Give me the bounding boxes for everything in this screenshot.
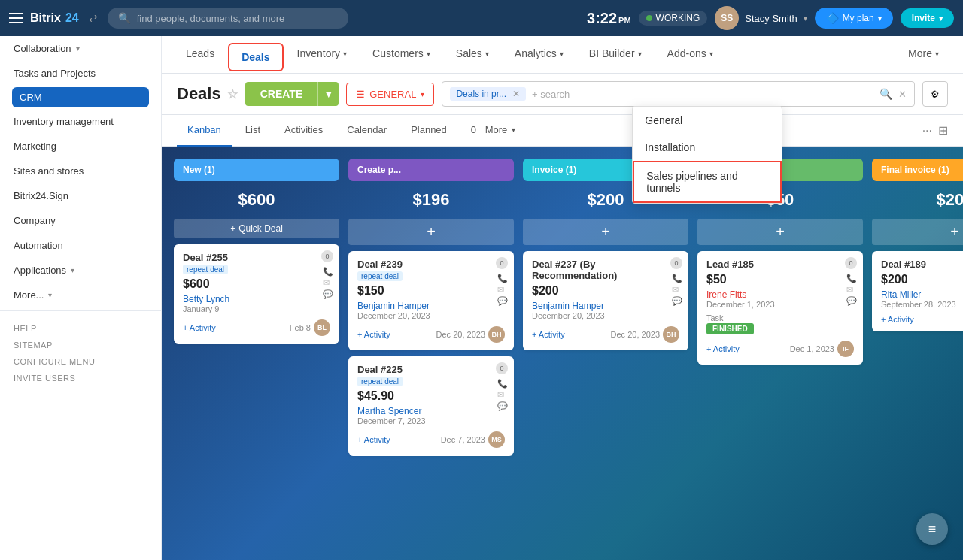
tab-sales[interactable]: Sales ▾ xyxy=(444,36,501,74)
sidebar-item-company[interactable]: Company xyxy=(0,208,161,233)
email-icon[interactable]: ✉ xyxy=(497,390,508,400)
add-button-create[interactable]: + xyxy=(348,219,514,245)
work-status[interactable]: WORKING xyxy=(639,11,708,26)
sidebar-item-sites-stores[interactable]: Sites and stores xyxy=(0,159,161,183)
add-activity-button[interactable]: + Activity xyxy=(706,344,740,353)
sub-tab-list[interactable]: List xyxy=(235,115,271,147)
sidebar-item-more[interactable]: More... ▾ xyxy=(0,283,161,307)
footer-sitemap[interactable]: SITEMAP xyxy=(14,337,147,353)
sidebar-item-crm[interactable]: CRM xyxy=(12,87,149,107)
email-icon[interactable]: ✉ xyxy=(497,285,508,295)
quick-deal-button[interactable]: + Quick Deal xyxy=(174,219,339,238)
my-plan-button[interactable]: 🔷 My plan ▾ xyxy=(815,8,893,29)
avatar: SS xyxy=(715,6,739,30)
active-filter-tag: Deals in pr... ✕ xyxy=(450,87,526,101)
sidebar-item-bitrix-sign[interactable]: Bitrix24.Sign xyxy=(0,183,161,208)
sidebar-item-label: Bitrix24.Sign xyxy=(14,190,68,201)
invite-button[interactable]: Invite ▾ xyxy=(901,8,954,28)
create-button[interactable]: CREATE xyxy=(245,82,318,106)
tab-label: BI Builder xyxy=(589,47,635,59)
search-input[interactable] xyxy=(137,13,338,24)
footer-help[interactable]: HELP xyxy=(14,320,147,337)
deal-footer-date: Feb 8 BL xyxy=(290,319,330,336)
tab-leads[interactable]: Leads xyxy=(174,36,226,74)
tab-customers[interactable]: Customers ▾ xyxy=(360,36,442,74)
create-dropdown-button[interactable]: ▾ xyxy=(317,82,339,106)
add-button-final[interactable]: + xyxy=(872,219,963,245)
footer-invite-users[interactable]: INVITE USERS xyxy=(14,370,147,386)
plus-icon: + xyxy=(230,223,235,234)
email-icon[interactable]: ✉ xyxy=(323,278,333,288)
phone-icon[interactable]: 📞 xyxy=(323,267,333,277)
dropdown-item-general[interactable]: General xyxy=(633,107,782,134)
sub-tab-kanban[interactable]: Kanban xyxy=(177,115,232,147)
kanban-col-inprogress: In progress (1) $50 + 0 Lead #185 $50 Ir… xyxy=(697,159,863,548)
chat-fab-button[interactable]: ≡ xyxy=(916,513,948,545)
user-profile[interactable]: SS Stacy Smith ▾ xyxy=(715,6,807,30)
tab-deals[interactable]: Deals xyxy=(228,43,283,71)
add-activity-button[interactable]: + Activity xyxy=(532,330,565,339)
add-button-inprogress[interactable]: + xyxy=(697,219,863,245)
phone-icon[interactable]: 📞 xyxy=(672,274,682,283)
column-settings-button[interactable]: ⚙ xyxy=(922,81,948,107)
deal-contact-name[interactable]: Martha Spencer xyxy=(357,406,505,416)
deal-date: December 1, 2023 xyxy=(706,300,854,309)
deals-search-bar[interactable]: Deals in pr... ✕ 🔍 ✕ xyxy=(442,81,915,107)
settings-icon[interactable]: ⇄ xyxy=(87,11,100,25)
sidebar-item-marketing[interactable]: Marketing xyxy=(0,134,161,159)
add-activity-button[interactable]: + Activity xyxy=(357,330,390,339)
deal-contact-name[interactable]: Betty Lynch xyxy=(183,294,330,304)
add-activity-button[interactable]: + Activity xyxy=(183,323,216,332)
sidebar-item-tasks[interactable]: Tasks and Projects xyxy=(0,61,161,86)
deal-contact-name[interactable]: Rita Miller xyxy=(881,289,963,300)
add-activity-button[interactable]: + Activity xyxy=(357,435,390,444)
deal-amount: $200 xyxy=(881,273,963,286)
chat-icon[interactable]: 💬 xyxy=(846,296,857,306)
chat-icon[interactable]: 💬 xyxy=(497,401,508,411)
dropdown-item-installation[interactable]: Installation xyxy=(633,134,782,161)
deal-contact-name[interactable]: Benjamin Hamper xyxy=(357,301,505,311)
sub-tab-more[interactable]: 0 More ▾ xyxy=(460,115,526,147)
email-icon[interactable]: ✉ xyxy=(672,285,682,295)
sidebar-item-collaboration[interactable]: Collaboration ▾ xyxy=(0,36,161,61)
chevron-down-icon: ▾ xyxy=(638,50,642,58)
deal-contact-name[interactable]: Benjamin Hamper xyxy=(532,301,679,311)
sub-tab-activities[interactable]: Activities xyxy=(274,115,333,147)
hamburger-menu[interactable] xyxy=(9,13,23,23)
sub-tab-planned[interactable]: Planned xyxy=(400,115,457,147)
more-options-button[interactable]: ··· xyxy=(922,123,932,138)
add-button-invoice[interactable]: + xyxy=(523,219,688,245)
search-input[interactable] xyxy=(532,89,873,100)
phone-icon[interactable]: 📞 xyxy=(497,379,508,389)
global-search-bar[interactable]: 🔍 xyxy=(108,8,348,29)
sidebar-item-applications[interactable]: Applications ▾ xyxy=(0,258,161,283)
general-filter-wrapper: ☰ GENERAL ▾ General Installation Sales p… xyxy=(346,83,434,106)
add-activity-button[interactable]: + Activity xyxy=(881,315,914,324)
footer-configure-menu[interactable]: CONFIGURE MENU xyxy=(14,353,147,370)
deal-card-225: 0 Deal #225 repeat deal $45.90 Martha Sp… xyxy=(348,356,514,456)
deal-contact-name[interactable]: Irene Fitts xyxy=(706,289,854,300)
tab-label: Inventory xyxy=(297,47,341,59)
phone-icon[interactable]: 📞 xyxy=(846,274,857,283)
tab-addons[interactable]: Add-ons ▾ xyxy=(655,36,725,74)
sidebar-item-inventory-mgmt[interactable]: Inventory management xyxy=(0,109,161,134)
favorite-icon[interactable]: ☆ xyxy=(227,87,238,101)
tab-inventory[interactable]: Inventory ▾ xyxy=(285,36,360,74)
tab-more[interactable]: More ▾ xyxy=(896,36,951,74)
sidebar-item-automation[interactable]: Automation xyxy=(0,233,161,258)
filter-tag-close[interactable]: ✕ xyxy=(512,89,520,99)
dropdown-item-pipelines[interactable]: Sales pipelines and tunnels xyxy=(633,161,782,203)
tab-analytics[interactable]: Analytics ▾ xyxy=(503,36,576,74)
general-filter-button[interactable]: ☰ GENERAL ▾ xyxy=(346,83,434,106)
sub-tab-calendar[interactable]: Calendar xyxy=(336,115,397,147)
phone-icon[interactable]: 📞 xyxy=(497,274,508,283)
chat-icon[interactable]: 💬 xyxy=(497,296,508,306)
view-layout-button[interactable]: ⊞ xyxy=(938,123,948,138)
contact-avatar: IF xyxy=(837,341,854,357)
email-icon[interactable]: ✉ xyxy=(846,285,857,295)
chat-icon[interactable]: 💬 xyxy=(672,296,682,306)
chat-icon[interactable]: 💬 xyxy=(323,289,333,299)
tab-bi-builder[interactable]: BI Builder ▾ xyxy=(577,36,654,74)
deal-amount: $200 xyxy=(532,284,679,298)
close-icon[interactable]: ✕ xyxy=(898,89,907,100)
